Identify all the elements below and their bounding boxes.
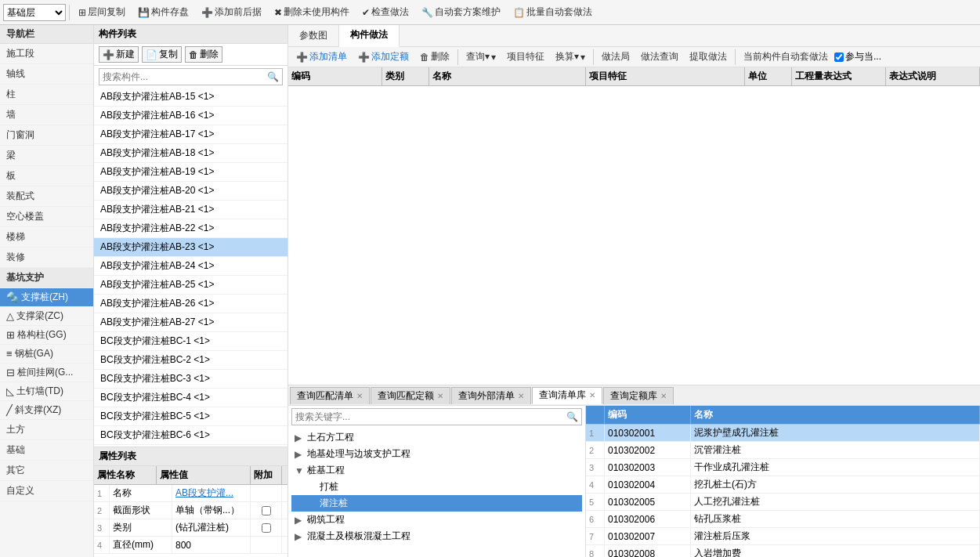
method-query-btn[interactable]: 做法查询 [636, 49, 683, 65]
tab-match-quota[interactable]: 查询匹配定额 ✕ [371, 387, 450, 404]
bottom-table-row[interactable]: 4 010302004 挖孔桩土(石)方 [586, 476, 980, 494]
save-component-btn[interactable]: 💾 构件存盘 [132, 3, 194, 22]
tree-node-earthwork[interactable]: ▶ 土石方工程 [291, 429, 582, 446]
sidebar-item-steel-pile[interactable]: ≡ 钢桩(GA) [0, 345, 93, 363]
method-local-btn[interactable]: 做法局 [597, 49, 635, 65]
sidebar-item-prefab[interactable]: 装配式 [0, 186, 93, 207]
delete-component-btn[interactable]: 🗑 删除 [185, 46, 222, 63]
add-before-after-btn[interactable]: ➕ 添加前后据 [196, 3, 267, 22]
list-item[interactable]: BC段支护灌注桩BC-4 <1> [94, 389, 287, 407]
bottom-table-row[interactable]: 3 010302003 干作业成孔灌注桩 [586, 459, 980, 476]
bottom-table-row[interactable]: 7 010302007 灌注桩后压浆 [586, 528, 980, 545]
participate-checkbox[interactable] [834, 52, 844, 62]
sidebar-item-construction[interactable]: 施工段 [0, 44, 93, 64]
sidebar-item-door[interactable]: 门窗洞 [0, 125, 93, 146]
participate-checkbox-label[interactable]: 参与当... [834, 50, 881, 63]
layer-select[interactable]: 基础层 [3, 4, 66, 21]
list-item[interactable]: BC段支护灌注桩BC-6 <1> [94, 426, 287, 445]
sidebar-item-column[interactable]: 柱 [0, 85, 93, 105]
bottom-table-row[interactable]: 6 010302006 钻孔压浆桩 [586, 511, 980, 528]
list-item[interactable]: AB段支护灌注桩AB-25 <1> [94, 276, 287, 295]
prop-extra[interactable] [251, 502, 282, 519]
add-quota-btn[interactable]: ➕ 添加定额 [353, 49, 414, 65]
sidebar-item-earthwork[interactable]: 土方 [0, 420, 93, 440]
batch-auto-method-btn[interactable]: 📋 批量自动套做法 [508, 3, 598, 22]
calc-btn[interactable]: 换算▾ ▾ [551, 49, 590, 65]
sidebar-item-custom[interactable]: 自定义 [0, 481, 93, 501]
tab-close-icon[interactable]: ✕ [437, 392, 443, 400]
tree-node-foundation[interactable]: ▶ 地基处理与边坡支护工程 [291, 446, 582, 462]
delete-unused-btn[interactable]: ✖ 删除未使用构件 [269, 3, 355, 22]
bottom-table-row[interactable]: 8 010302008 入岩增加费 [586, 545, 980, 557]
delete-btn[interactable]: 🗑 删除 [415, 49, 454, 65]
prop-value[interactable]: (钻孔灌注桩) [172, 519, 251, 536]
tab-params[interactable]: 参数图 [288, 25, 339, 47]
auto-method-btn[interactable]: 当前构件自动套做法 [739, 49, 833, 65]
list-item[interactable]: AB段支护灌注桩AB-15 <1> [94, 88, 287, 107]
tab-close-icon[interactable]: ✕ [356, 392, 363, 400]
list-item[interactable]: AB段支护灌注桩AB-21 <1> [94, 201, 287, 219]
component-search-input[interactable] [103, 71, 267, 82]
bottom-table-row[interactable]: 1 010302001 泥浆护壁成孔灌注桩 [586, 425, 980, 442]
list-item[interactable]: BC段支护灌注桩BC-2 <1> [94, 351, 287, 370]
sidebar-item-hollow[interactable]: 空心楼盖 [0, 207, 93, 227]
sidebar-item-diagonal[interactable]: ╱ 斜支撑(XZ) [0, 401, 93, 420]
tree-node-pile-work[interactable]: ▼ 桩基工程 [291, 462, 582, 479]
tree-node-concrete[interactable]: ▶ 混凝土及模板混凝土工程 [291, 528, 582, 544]
sidebar-item-deco[interactable]: 装修 [0, 248, 93, 268]
sidebar-item-lattice[interactable]: ⊞ 格构柱(GG) [0, 326, 93, 345]
prop-value[interactable]: AB段支护灌... [172, 485, 251, 501]
list-item[interactable]: AB段支护灌注桩AB-20 <1> [94, 182, 287, 201]
list-item[interactable]: AB段支护灌注桩AB-27 <1> [94, 313, 287, 332]
tab-external-bill[interactable]: 查询外部清单 ✕ [451, 387, 531, 404]
copy-layer-btn[interactable]: ⊞ 层间复制 [73, 3, 131, 22]
bottom-table-row[interactable]: 5 010302005 人工挖孔灌注桩 [586, 494, 980, 511]
sidebar-item-foundation[interactable]: 基础 [0, 440, 93, 461]
project-feature-btn[interactable]: 项目特征 [502, 49, 549, 65]
tab-close-icon[interactable]: ✕ [589, 391, 595, 400]
tree-node-driving-pile[interactable]: 打桩 [291, 479, 582, 495]
sidebar-item-foundation-support[interactable]: 基坑支护 [0, 268, 93, 288]
prop-checkbox[interactable] [262, 523, 271, 533]
copy-component-btn[interactable]: 📄 复制 [142, 46, 182, 63]
tab-methods[interactable]: 构件做法 [339, 25, 400, 47]
bottom-table-row[interactable]: 2 010302002 沉管灌注桩 [586, 442, 980, 459]
tab-bill-lib[interactable]: 查询清单库 ✕ [532, 387, 602, 404]
prop-value[interactable]: 单轴（带钢...） [172, 502, 251, 519]
prop-checkbox[interactable] [262, 506, 271, 515]
sidebar-item-support-beam[interactable]: △ 支撑梁(ZC) [0, 307, 93, 326]
list-item[interactable]: AB段支护灌注桩AB-19 <1> [94, 163, 287, 182]
sidebar-item-stair[interactable]: 楼梯 [0, 227, 93, 248]
list-item[interactable]: AB段支护灌注桩AB-24 <1> [94, 257, 287, 276]
auto-maintain-btn[interactable]: 🔧 自动套方案维护 [416, 3, 506, 22]
list-item[interactable]: BC段支护灌注桩BC-1 <1> [94, 332, 287, 351]
tab-close-icon[interactable]: ✕ [518, 392, 524, 400]
list-item[interactable]: AB段支护灌注桩AB-22 <1> [94, 219, 287, 238]
sidebar-item-soil-nail[interactable]: ◺ 土钉墙(TD) [0, 382, 93, 401]
query-btn[interactable]: 查询▾ ▾ [461, 49, 501, 65]
sidebar-item-plate[interactable]: 板 [0, 166, 93, 186]
sidebar-item-other[interactable]: 其它 [0, 461, 93, 481]
prop-value[interactable]: 800 [172, 537, 251, 553]
tab-match-bill[interactable]: 查询匹配清单 ✕ [290, 387, 370, 404]
list-item[interactable]: BC段支护灌注桩BC-3 <1> [94, 370, 287, 389]
list-item-selected[interactable]: AB段支护灌注桩AB-23 <1> [94, 238, 287, 257]
list-item[interactable]: AB段支护灌注桩AB-18 <1> [94, 144, 287, 163]
list-item[interactable]: BC段支护灌注桩BC-5 <1> [94, 407, 287, 426]
list-item[interactable]: AB段支护灌注桩AB-17 <1> [94, 125, 287, 144]
add-bill-btn[interactable]: ➕ 添加清单 [291, 49, 352, 65]
prop-extra[interactable] [251, 519, 282, 536]
tree-node-masonry[interactable]: ▶ 砌筑工程 [291, 512, 582, 528]
sidebar-item-axis[interactable]: 轴线 [0, 64, 93, 85]
sidebar-item-pile-net[interactable]: ⊟ 桩间挂网(G... [0, 363, 93, 382]
sidebar-item-wall[interactable]: 墙 [0, 105, 93, 125]
tree-node-cast-pile[interactable]: 灌注桩 [291, 495, 582, 512]
extract-method-btn[interactable]: 提取做法 [685, 49, 732, 65]
sidebar-item-beam[interactable]: 梁 [0, 146, 93, 166]
tab-quota-lib[interactable]: 查询定额库 ✕ [603, 387, 674, 404]
tab-close-icon[interactable]: ✕ [660, 392, 667, 400]
sidebar-item-support-pile[interactable]: 🔩 支撑桩(ZH) [0, 288, 93, 307]
list-item[interactable]: AB段支护灌注桩AB-26 <1> [94, 295, 287, 313]
bottom-search-input[interactable] [295, 411, 566, 422]
list-item[interactable]: AB段支护灌注桩AB-16 <1> [94, 107, 287, 125]
